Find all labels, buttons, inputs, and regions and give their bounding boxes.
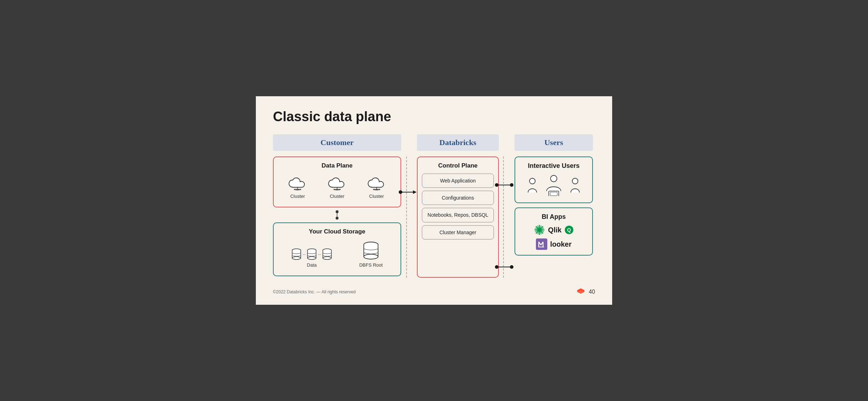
data-plane-title: Data Plane bbox=[278, 162, 396, 169]
users-column: Interactive Users bbox=[515, 156, 593, 256]
looker-row: looker bbox=[536, 238, 572, 250]
vsep-1 bbox=[406, 156, 407, 278]
control-plane-title: Control Plane bbox=[422, 162, 494, 169]
svg-point-39 bbox=[551, 175, 557, 182]
databricks-logo-icon bbox=[577, 288, 585, 296]
svg-point-27 bbox=[308, 257, 316, 259]
dbfs-root-item: DBFS Root bbox=[359, 241, 383, 268]
storage-items: ··· ··· bbox=[278, 240, 396, 271]
svg-point-16 bbox=[336, 210, 339, 213]
customer-header: Customer bbox=[273, 134, 401, 151]
footer-right: 40 bbox=[577, 288, 595, 296]
svg-point-65 bbox=[510, 265, 513, 269]
person-icon-2 bbox=[565, 178, 580, 196]
databricks-column: Control Plane Web Application Configurat… bbox=[417, 156, 499, 278]
configurations-item: Configurations bbox=[422, 191, 494, 205]
interactive-users-box: Interactive Users bbox=[515, 156, 593, 203]
customer-column: Data Plane bbox=[273, 156, 401, 276]
notebooks-item: Notebooks, Repos, DBSQL bbox=[422, 208, 494, 222]
cloud-storage-title: Your Cloud Storage bbox=[278, 228, 396, 235]
footer: ©2022 Databricks Inc. — All rights reser… bbox=[273, 285, 595, 296]
qlik-row: Qlik Q bbox=[534, 224, 574, 236]
cluster-3: Cluster bbox=[367, 175, 387, 199]
cluster-3-label: Cluster bbox=[369, 194, 384, 199]
control-items: Web Application Configurations Notebooks… bbox=[422, 174, 494, 240]
slide-title: Classic data plane bbox=[273, 109, 595, 124]
slide: Classic data plane Customer Databricks U… bbox=[256, 96, 612, 305]
people-icons bbox=[520, 173, 588, 197]
svg-text:Q: Q bbox=[567, 227, 571, 233]
columns-header: Customer Databricks Users bbox=[273, 134, 595, 151]
svg-point-22 bbox=[292, 257, 301, 259]
cluster-1: Cluster bbox=[288, 175, 308, 199]
dp-storage-connector bbox=[273, 212, 401, 218]
databricks-header: Databricks bbox=[417, 134, 499, 151]
looker-text: looker bbox=[550, 240, 572, 248]
svg-point-17 bbox=[336, 217, 339, 220]
qlik-icon bbox=[534, 224, 545, 236]
cloud-icon-3 bbox=[367, 175, 387, 192]
looker-icon bbox=[536, 238, 547, 250]
person-laptop-icon bbox=[544, 175, 564, 196]
bi-apps-title: BI Apps bbox=[520, 213, 588, 221]
page-number: 40 bbox=[589, 289, 595, 295]
interactive-users-title: Interactive Users bbox=[520, 162, 588, 170]
content-area: Data Plane bbox=[273, 156, 595, 278]
svg-marker-59 bbox=[413, 190, 417, 194]
svg-point-38 bbox=[529, 178, 535, 184]
svg-point-62 bbox=[510, 183, 513, 187]
svg-rect-42 bbox=[550, 192, 557, 196]
clusters-area: Cluster bbox=[278, 174, 396, 202]
dbfs-root-label: DBFS Root bbox=[359, 262, 383, 268]
cluster-2-label: Cluster bbox=[330, 194, 344, 199]
qlik-text: Qlik bbox=[548, 226, 562, 234]
qlik-q-icon: Q bbox=[564, 225, 574, 235]
cloud-icon-2 bbox=[327, 175, 347, 192]
bi-apps-content: Qlik Q bbox=[520, 224, 588, 250]
data-storage-item: ··· ··· bbox=[291, 248, 332, 268]
cluster-manager-item: Cluster Manager bbox=[422, 225, 494, 240]
vsep-2 bbox=[503, 156, 504, 278]
bi-apps-box: BI Apps bbox=[515, 207, 593, 256]
svg-point-37 bbox=[364, 254, 378, 259]
cluster-1-label: Cluster bbox=[290, 194, 305, 199]
control-plane-box: Control Plane Web Application Configurat… bbox=[417, 156, 499, 278]
cloud-storage-box: Your Cloud Storage bbox=[273, 222, 401, 276]
copyright-text: ©2022 Databricks Inc. — All rights reser… bbox=[273, 289, 356, 294]
person-icon-1 bbox=[527, 178, 542, 196]
svg-point-32 bbox=[323, 257, 331, 259]
data-plane-box: Data Plane bbox=[273, 156, 401, 207]
data-label: Data bbox=[307, 262, 316, 268]
web-app-item: Web Application bbox=[422, 174, 494, 188]
cloud-icon-1 bbox=[288, 175, 308, 192]
users-header: Users bbox=[515, 134, 593, 151]
cluster-2: Cluster bbox=[327, 175, 347, 199]
db-icons: ··· ··· bbox=[291, 248, 332, 261]
svg-point-43 bbox=[572, 178, 578, 184]
